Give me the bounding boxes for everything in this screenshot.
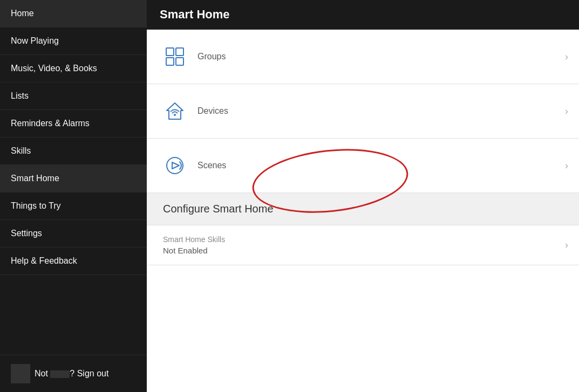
svg-point-4 — [174, 114, 176, 116]
sidebar-item-settings[interactable]: Settings — [0, 220, 147, 247]
groups-label: Groups — [197, 52, 563, 61]
sign-out-row[interactable]: Not ? Sign out — [0, 355, 147, 392]
configure-section-header: Configure Smart Home — [147, 193, 579, 225]
svg-rect-2 — [166, 58, 174, 65]
main-content: Smart Home Groups › — [147, 0, 579, 392]
sidebar-item-skills[interactable]: Skills — [0, 137, 147, 165]
page-header: Smart Home — [147, 0, 579, 30]
groups-icon — [163, 45, 187, 68]
scenes-chevron: › — [565, 160, 568, 171]
groups-chevron: › — [565, 51, 568, 63]
devices-row[interactable]: Devices › — [147, 84, 579, 139]
svg-rect-3 — [176, 58, 183, 65]
page-title: Smart Home — [160, 8, 566, 22]
devices-chevron: › — [565, 106, 568, 117]
content-area: Groups › Devices › — [147, 30, 579, 392]
scenes-row[interactable]: Scenes › — [147, 139, 579, 193]
sidebar-item-home[interactable]: Home — [0, 0, 147, 27]
svg-rect-0 — [166, 48, 174, 56]
smart-home-skills-row[interactable]: Smart Home Skills Not Enabled › — [147, 225, 579, 265]
devices-label: Devices — [197, 106, 563, 116]
sidebar: Home Now Playing Music, Video, & Books L… — [0, 0, 147, 392]
sidebar-item-help-feedback[interactable]: Help & Feedback — [0, 247, 147, 275]
sidebar-item-smart-home[interactable]: Smart Home — [0, 165, 147, 192]
sidebar-item-now-playing[interactable]: Now Playing — [0, 27, 147, 55]
configure-title: Configure Smart Home — [163, 203, 563, 215]
svg-rect-1 — [176, 48, 183, 56]
smart-home-skills-value: Not Enabled — [163, 246, 563, 255]
sign-out-text: Not ? Sign out — [35, 369, 108, 379]
avatar — [11, 364, 30, 383]
sidebar-item-things-to-try[interactable]: Things to Try — [0, 192, 147, 220]
devices-icon — [163, 99, 187, 123]
groups-row[interactable]: Groups › — [147, 30, 579, 84]
sidebar-item-music-video-books[interactable]: Music, Video, & Books — [0, 55, 147, 82]
svg-point-5 — [167, 157, 183, 174]
sidebar-item-reminders-alarms[interactable]: Reminders & Alarms — [0, 110, 147, 137]
scenes-icon — [163, 154, 187, 177]
smart-home-skills-title: Smart Home Skills — [163, 235, 563, 244]
smart-home-skills-chevron: › — [565, 239, 568, 251]
sidebar-item-lists[interactable]: Lists — [0, 82, 147, 110]
scenes-label: Scenes — [197, 161, 563, 170]
